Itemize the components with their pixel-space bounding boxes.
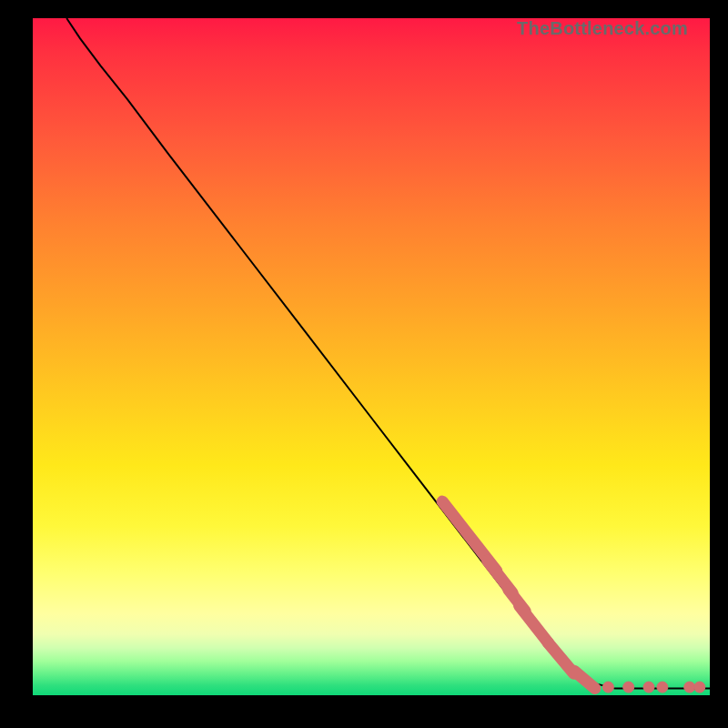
dot-cluster	[574, 671, 595, 688]
chart-svg	[33, 18, 710, 695]
data-dot	[623, 682, 634, 693]
data-dot	[602, 682, 613, 693]
plot-area: TheBottleneck.com	[33, 18, 710, 695]
dot-cluster	[520, 605, 549, 642]
chart-container: TheBottleneck.com	[0, 0, 728, 728]
data-dots	[442, 501, 705, 693]
data-dot	[684, 682, 695, 693]
data-dot	[657, 682, 668, 693]
curve-line	[66, 18, 710, 689]
data-dot	[643, 682, 654, 693]
data-dot	[694, 682, 705, 693]
